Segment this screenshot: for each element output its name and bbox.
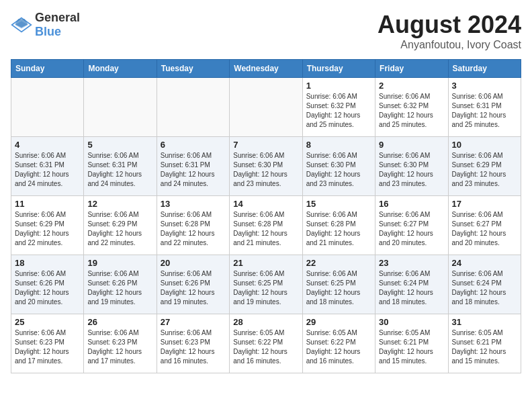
day-info: Sunrise: 6:06 AMSunset: 6:31 PMDaylight:… — [15, 151, 80, 189]
day-cell: 7Sunrise: 6:06 AMSunset: 6:30 PMDaylight… — [230, 137, 302, 196]
day-number: 10 — [452, 140, 517, 150]
calendar-body: 1Sunrise: 6:06 AMSunset: 6:32 PMDaylight… — [11, 78, 521, 373]
day-cell: 4Sunrise: 6:06 AMSunset: 6:31 PMDaylight… — [11, 137, 84, 196]
day-cell: 22Sunrise: 6:06 AMSunset: 6:25 PMDayligh… — [302, 255, 375, 314]
calendar-week-4: 18Sunrise: 6:06 AMSunset: 6:26 PMDayligh… — [11, 255, 521, 314]
day-cell: 18Sunrise: 6:06 AMSunset: 6:26 PMDayligh… — [11, 255, 84, 314]
day-cell: 10Sunrise: 6:06 AMSunset: 6:29 PMDayligh… — [448, 137, 521, 196]
day-cell: 28Sunrise: 6:05 AMSunset: 6:22 PMDayligh… — [230, 314, 302, 373]
day-cell: 29Sunrise: 6:05 AMSunset: 6:22 PMDayligh… — [302, 314, 375, 373]
day-number: 19 — [87, 258, 152, 268]
day-cell: 30Sunrise: 6:05 AMSunset: 6:21 PMDayligh… — [375, 314, 448, 373]
day-cell: 6Sunrise: 6:06 AMSunset: 6:31 PMDaylight… — [157, 137, 229, 196]
title-area: August 2024 Anyanfoutou, Ivory Coast — [378, 11, 521, 51]
day-number: 5 — [87, 140, 152, 150]
day-number: 31 — [452, 317, 517, 327]
day-number: 16 — [379, 199, 444, 209]
weekday-wednesday: Wednesday — [230, 60, 302, 78]
logo: General Blue — [11, 11, 80, 39]
day-number: 21 — [233, 258, 298, 268]
calendar-week-5: 25Sunrise: 6:06 AMSunset: 6:23 PMDayligh… — [11, 314, 521, 373]
day-number: 28 — [233, 317, 298, 327]
weekday-monday: Monday — [84, 60, 157, 78]
day-number: 12 — [87, 199, 152, 209]
day-number: 6 — [161, 140, 226, 150]
page-title: August 2024 — [378, 11, 521, 39]
day-cell: 11Sunrise: 6:06 AMSunset: 6:29 PMDayligh… — [11, 196, 84, 255]
day-info: Sunrise: 6:06 AMSunset: 6:32 PMDaylight:… — [306, 92, 371, 130]
weekday-tuesday: Tuesday — [157, 60, 229, 78]
day-cell: 12Sunrise: 6:06 AMSunset: 6:29 PMDayligh… — [84, 196, 157, 255]
day-info: Sunrise: 6:06 AMSunset: 6:26 PMDaylight:… — [161, 269, 226, 307]
day-info: Sunrise: 6:06 AMSunset: 6:28 PMDaylight:… — [233, 210, 298, 248]
day-info: Sunrise: 6:06 AMSunset: 6:24 PMDaylight:… — [379, 269, 444, 307]
weekday-saturday: Saturday — [448, 60, 521, 78]
day-cell: 26Sunrise: 6:06 AMSunset: 6:23 PMDayligh… — [84, 314, 157, 373]
day-info: Sunrise: 6:05 AMSunset: 6:22 PMDaylight:… — [306, 328, 371, 366]
day-info: Sunrise: 6:06 AMSunset: 6:24 PMDaylight:… — [452, 269, 517, 307]
day-number: 1 — [306, 81, 371, 91]
day-cell: 23Sunrise: 6:06 AMSunset: 6:24 PMDayligh… — [375, 255, 448, 314]
day-number: 24 — [452, 258, 517, 268]
day-cell: 14Sunrise: 6:06 AMSunset: 6:28 PMDayligh… — [230, 196, 302, 255]
day-cell: 13Sunrise: 6:06 AMSunset: 6:28 PMDayligh… — [157, 196, 229, 255]
day-info: Sunrise: 6:06 AMSunset: 6:27 PMDaylight:… — [379, 210, 444, 248]
day-info: Sunrise: 6:05 AMSunset: 6:21 PMDaylight:… — [379, 328, 444, 366]
day-info: Sunrise: 6:06 AMSunset: 6:28 PMDaylight:… — [161, 210, 226, 248]
day-info: Sunrise: 6:06 AMSunset: 6:26 PMDaylight:… — [87, 269, 152, 307]
day-number: 4 — [15, 140, 80, 150]
day-number: 17 — [452, 199, 517, 209]
day-number: 29 — [306, 317, 371, 327]
day-cell: 15Sunrise: 6:06 AMSunset: 6:28 PMDayligh… — [302, 196, 375, 255]
day-info: Sunrise: 6:05 AMSunset: 6:21 PMDaylight:… — [452, 328, 517, 366]
logo-general: General — [35, 11, 80, 24]
day-cell: 2Sunrise: 6:06 AMSunset: 6:32 PMDaylight… — [375, 78, 448, 137]
page-header: General Blue August 2024 Anyanfoutou, Iv… — [11, 11, 521, 51]
day-number: 27 — [161, 317, 226, 327]
day-cell: 8Sunrise: 6:06 AMSunset: 6:30 PMDaylight… — [302, 137, 375, 196]
logo-icon — [11, 17, 32, 33]
day-info: Sunrise: 6:06 AMSunset: 6:28 PMDaylight:… — [306, 210, 371, 248]
day-info: Sunrise: 6:06 AMSunset: 6:31 PMDaylight:… — [452, 92, 517, 130]
day-cell — [230, 78, 302, 137]
logo-text: General Blue — [35, 11, 80, 39]
day-info: Sunrise: 6:06 AMSunset: 6:27 PMDaylight:… — [452, 210, 517, 248]
day-cell: 1Sunrise: 6:06 AMSunset: 6:32 PMDaylight… — [302, 78, 375, 137]
weekday-row: SundayMondayTuesdayWednesdayThursdayFrid… — [11, 60, 521, 78]
day-cell: 21Sunrise: 6:06 AMSunset: 6:25 PMDayligh… — [230, 255, 302, 314]
day-number: 30 — [379, 317, 444, 327]
day-number: 20 — [161, 258, 226, 268]
day-info: Sunrise: 6:06 AMSunset: 6:29 PMDaylight:… — [15, 210, 80, 248]
page-location: Anyanfoutou, Ivory Coast — [378, 39, 521, 51]
weekday-thursday: Thursday — [302, 60, 375, 78]
day-number: 2 — [379, 81, 444, 91]
day-number: 15 — [306, 199, 371, 209]
day-number: 26 — [87, 317, 152, 327]
day-cell: 9Sunrise: 6:06 AMSunset: 6:30 PMDaylight… — [375, 137, 448, 196]
day-info: Sunrise: 6:06 AMSunset: 6:30 PMDaylight:… — [233, 151, 298, 189]
day-number: 14 — [233, 199, 298, 209]
day-info: Sunrise: 6:06 AMSunset: 6:23 PMDaylight:… — [87, 328, 152, 366]
day-cell: 31Sunrise: 6:05 AMSunset: 6:21 PMDayligh… — [448, 314, 521, 373]
day-info: Sunrise: 6:06 AMSunset: 6:23 PMDaylight:… — [161, 328, 226, 366]
day-cell — [84, 78, 157, 137]
day-info: Sunrise: 6:06 AMSunset: 6:30 PMDaylight:… — [379, 151, 444, 189]
day-cell: 17Sunrise: 6:06 AMSunset: 6:27 PMDayligh… — [448, 196, 521, 255]
calendar-table: SundayMondayTuesdayWednesdayThursdayFrid… — [11, 59, 521, 373]
day-number: 18 — [15, 258, 80, 268]
day-cell: 27Sunrise: 6:06 AMSunset: 6:23 PMDayligh… — [157, 314, 229, 373]
day-number: 23 — [379, 258, 444, 268]
logo-blue: Blue — [35, 25, 61, 38]
day-number: 7 — [233, 140, 298, 150]
day-info: Sunrise: 6:06 AMSunset: 6:31 PMDaylight:… — [87, 151, 152, 189]
day-number: 13 — [161, 199, 226, 209]
calendar-week-1: 1Sunrise: 6:06 AMSunset: 6:32 PMDaylight… — [11, 78, 521, 137]
day-info: Sunrise: 6:06 AMSunset: 6:26 PMDaylight:… — [15, 269, 80, 307]
day-cell — [11, 78, 84, 137]
day-number: 8 — [306, 140, 371, 150]
day-cell: 3Sunrise: 6:06 AMSunset: 6:31 PMDaylight… — [448, 78, 521, 137]
weekday-friday: Friday — [375, 60, 448, 78]
day-cell: 5Sunrise: 6:06 AMSunset: 6:31 PMDaylight… — [84, 137, 157, 196]
day-number: 3 — [452, 81, 517, 91]
day-number: 11 — [15, 199, 80, 209]
